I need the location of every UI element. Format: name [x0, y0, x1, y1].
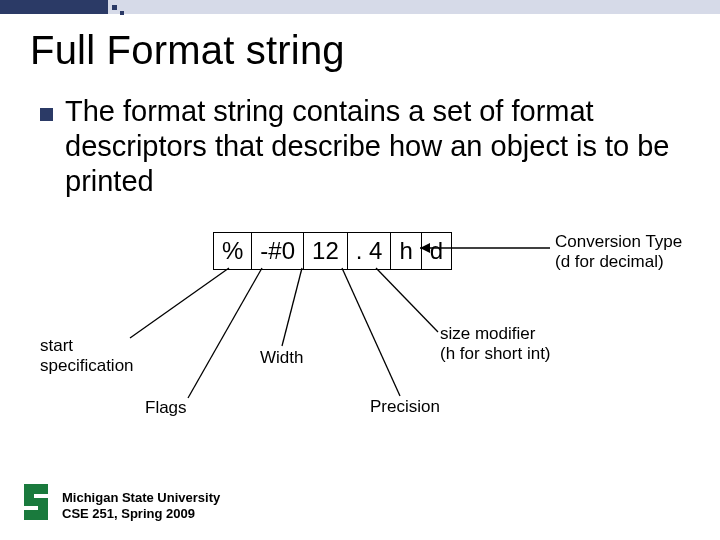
label-flags: Flags — [145, 398, 187, 418]
bullet-icon — [40, 108, 53, 121]
svg-line-3 — [342, 268, 400, 396]
svg-line-0 — [130, 268, 229, 338]
slide-body-text: The format string contains a set of form… — [65, 94, 685, 198]
svg-line-2 — [282, 268, 302, 346]
label-conversion-type: Conversion Type(d for decimal) — [555, 232, 715, 273]
footer-line-2: CSE 251, Spring 2009 — [62, 506, 195, 521]
label-size-modifier: size modifier(h for short int) — [440, 324, 610, 365]
cell-conversion: d — [421, 233, 451, 270]
label-precision: Precision — [370, 397, 440, 417]
svg-line-1 — [188, 268, 262, 398]
top-accent-bar — [0, 0, 720, 14]
cell-percent: % — [214, 233, 252, 270]
cell-size: h — [391, 233, 421, 270]
format-string-table: % -#0 12 . 4 h d — [213, 232, 452, 270]
slide-title: Full Format string — [30, 28, 345, 73]
svg-line-4 — [376, 268, 438, 332]
cell-flags: -#0 — [252, 233, 304, 270]
footer-line-1: Michigan State University — [62, 490, 220, 505]
msu-logo-icon — [18, 482, 54, 522]
cell-width: 12 — [304, 233, 348, 270]
cell-precision: . 4 — [347, 233, 391, 270]
label-start-specification: start specification — [40, 336, 160, 377]
label-width: Width — [260, 348, 303, 368]
footer-text: Michigan State University CSE 251, Sprin… — [62, 490, 220, 523]
